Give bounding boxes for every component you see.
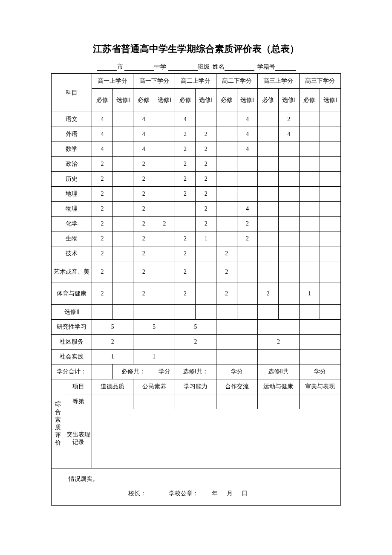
credit-cell[interactable] <box>154 172 175 187</box>
credit-cell[interactable]: 2 <box>92 246 113 261</box>
credit-cell[interactable]: 2 <box>175 335 216 350</box>
credit-cell[interactable] <box>278 157 299 172</box>
credit-cell[interactable]: 2 <box>133 261 154 283</box>
credit-cell[interactable] <box>154 246 175 261</box>
credit-cell[interactable]: 2 <box>278 112 299 127</box>
credit-cell[interactable] <box>154 231 175 246</box>
credit-cell[interactable] <box>299 335 340 350</box>
credit-cell[interactable] <box>258 217 279 231</box>
credit-cell[interactable]: 2 <box>133 202 154 217</box>
credit-cell[interactable]: 5 <box>133 320 175 335</box>
credit-cell[interactable]: 2 <box>216 261 237 283</box>
credit-cell[interactable]: 4 <box>237 202 258 217</box>
credit-cell[interactable] <box>299 172 320 187</box>
credit-cell[interactable] <box>237 187 258 202</box>
credit-cell[interactable] <box>112 217 133 231</box>
credit-cell[interactable] <box>278 172 299 187</box>
name-blank[interactable] <box>225 64 254 71</box>
credit-cell[interactable]: 2 <box>92 217 113 231</box>
credit-cell[interactable]: 2 <box>133 187 154 202</box>
credit-cell[interactable] <box>216 217 237 231</box>
credit-cell[interactable] <box>278 261 299 283</box>
credit-cell[interactable]: 1 <box>196 231 216 246</box>
credit-cell[interactable] <box>112 157 133 172</box>
credit-cell[interactable] <box>237 261 258 283</box>
credit-cell[interactable]: 2 <box>133 172 154 187</box>
credit-cell[interactable] <box>299 320 340 335</box>
credit-cell[interactable]: 4 <box>92 127 113 142</box>
credit-cell[interactable] <box>258 112 279 127</box>
credit-cell[interactable]: 2 <box>175 261 196 283</box>
credit-cell[interactable] <box>278 217 299 231</box>
credit-cell[interactable] <box>299 127 320 142</box>
credit-cell[interactable] <box>237 305 258 320</box>
quality-cell[interactable] <box>175 394 216 409</box>
credit-cell[interactable]: 4 <box>237 142 258 157</box>
credit-cell[interactable] <box>278 202 299 217</box>
credit-cell[interactable] <box>154 202 175 217</box>
credit-cell[interactable]: 2 <box>175 172 196 187</box>
credit-cell[interactable]: 4 <box>237 127 258 142</box>
credit-cell[interactable]: 2 <box>92 261 113 283</box>
credit-cell[interactable] <box>112 246 133 261</box>
credit-cell[interactable] <box>112 231 133 246</box>
credit-cell[interactable]: 2 <box>196 187 216 202</box>
credit-cell[interactable]: 2 <box>196 127 216 142</box>
credit-cell[interactable] <box>278 231 299 246</box>
credit-cell[interactable] <box>258 157 279 172</box>
credit-cell[interactable] <box>196 261 216 283</box>
credit-cell[interactable] <box>175 202 196 217</box>
credit-cell[interactable] <box>299 112 320 127</box>
credit-cell[interactable]: 2 <box>196 172 216 187</box>
credit-cell[interactable] <box>196 283 216 305</box>
credit-cell[interactable] <box>154 157 175 172</box>
credit-cell[interactable] <box>320 283 341 305</box>
credit-cell[interactable]: 2 <box>92 335 133 350</box>
credit-cell[interactable] <box>320 112 341 127</box>
credit-cell[interactable] <box>258 172 279 187</box>
credit-cell[interactable] <box>216 142 237 157</box>
credit-cell[interactable] <box>216 350 258 364</box>
credit-cell[interactable]: 4 <box>133 142 154 157</box>
credit-cell[interactable]: 2 <box>175 283 196 305</box>
credit-cell[interactable]: 4 <box>175 112 196 127</box>
credit-cell[interactable]: 2 <box>216 246 237 261</box>
credit-cell[interactable] <box>278 283 299 305</box>
quality-cell[interactable] <box>133 394 175 409</box>
credit-cell[interactable]: 2 <box>196 142 216 157</box>
credit-cell[interactable] <box>154 305 175 320</box>
credit-cell[interactable] <box>299 217 320 231</box>
credit-cell[interactable] <box>258 246 279 261</box>
credit-cell[interactable] <box>216 305 237 320</box>
credit-cell[interactable] <box>133 335 175 350</box>
credit-cell[interactable]: 4 <box>133 127 154 142</box>
quality-record-cell[interactable] <box>92 409 341 468</box>
credit-cell[interactable] <box>112 305 133 320</box>
credit-cell[interactable] <box>320 246 341 261</box>
credit-cell[interactable] <box>216 320 258 335</box>
credit-cell[interactable]: 2 <box>175 187 196 202</box>
credit-cell[interactable] <box>154 261 175 283</box>
credit-cell[interactable]: 2 <box>92 283 113 305</box>
quality-cell[interactable] <box>299 394 340 409</box>
credit-cell[interactable]: 1 <box>299 283 320 305</box>
stuno-blank[interactable] <box>275 64 296 71</box>
credit-cell[interactable] <box>320 217 341 231</box>
credit-cell[interactable]: 2 <box>258 335 299 350</box>
credit-cell[interactable] <box>133 305 154 320</box>
credit-cell[interactable] <box>258 350 299 364</box>
credit-cell[interactable]: 1 <box>133 350 175 364</box>
credit-cell[interactable] <box>112 172 133 187</box>
credit-cell[interactable] <box>278 305 299 320</box>
credit-cell[interactable] <box>299 142 320 157</box>
credit-cell[interactable]: 2 <box>92 187 113 202</box>
credit-cell[interactable]: 2 <box>133 217 154 231</box>
credit-cell[interactable] <box>175 217 196 231</box>
credit-cell[interactable] <box>175 305 196 320</box>
credit-cell[interactable]: 2 <box>258 283 279 305</box>
credit-cell[interactable] <box>216 187 237 202</box>
credit-cell[interactable] <box>299 246 320 261</box>
credit-cell[interactable]: 2 <box>175 142 196 157</box>
credit-cell[interactable] <box>320 231 341 246</box>
credit-cell[interactable] <box>258 231 279 246</box>
